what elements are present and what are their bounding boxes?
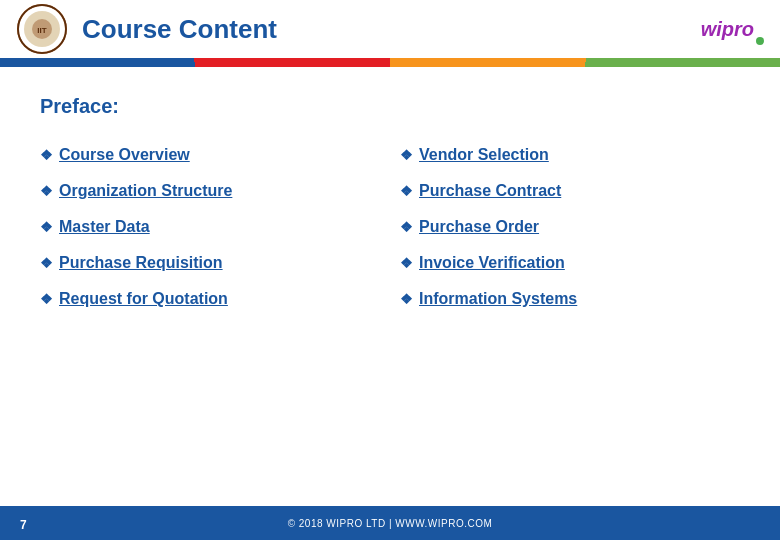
- list-item: ❖ Purchase Order: [400, 218, 740, 236]
- purchase-order-link[interactable]: Purchase Order: [419, 218, 539, 236]
- left-col-3: ❖ Master Data: [40, 218, 380, 236]
- bullet-r5: ❖: [400, 291, 413, 307]
- items-grid: ❖ Course Overview ❖ Vendor Selection ❖ O…: [40, 146, 740, 308]
- purchase-req-link[interactable]: Purchase Requisition: [59, 254, 223, 272]
- bullet-r3: ❖: [400, 219, 413, 235]
- right-col-3: ❖ Purchase Order: [400, 218, 740, 236]
- bullet-4: ❖: [40, 255, 53, 271]
- list-item: ❖ Request for Quotation: [40, 290, 380, 308]
- list-item: ❖ Purchase Requisition: [40, 254, 380, 272]
- left-col-5: ❖ Request for Quotation: [40, 290, 380, 308]
- list-item: ❖ Purchase Contract: [400, 182, 740, 200]
- org-structure-link[interactable]: Organization Structure: [59, 182, 232, 200]
- right-col-5: ❖ Information Systems: [400, 290, 740, 308]
- preface-heading: Preface:: [40, 95, 740, 118]
- footer-text: © 2018 WIPRO LTD | WWW.WIPRO.COM: [288, 518, 493, 529]
- list-item: ❖ Master Data: [40, 218, 380, 236]
- bullet-r2: ❖: [400, 183, 413, 199]
- bullet-r1: ❖: [400, 147, 413, 163]
- purchase-contract-link[interactable]: Purchase Contract: [419, 182, 561, 200]
- footer: 7 © 2018 WIPRO LTD | WWW.WIPRO.COM: [0, 506, 780, 540]
- bullet-r4: ❖: [400, 255, 413, 271]
- rfq-link[interactable]: Request for Quotation: [59, 290, 228, 308]
- svg-text:IIT: IIT: [37, 26, 46, 35]
- wipro-text: wipro: [701, 18, 754, 41]
- page-number: 7: [20, 518, 27, 532]
- vendor-selection-link[interactable]: Vendor Selection: [419, 146, 549, 164]
- bullet-1: ❖: [40, 147, 53, 163]
- left-col-2: ❖ Organization Structure: [40, 182, 380, 200]
- right-col-2: ❖ Purchase Contract: [400, 182, 740, 200]
- bullet-3: ❖: [40, 219, 53, 235]
- bullet-5: ❖: [40, 291, 53, 307]
- main-content: Preface: ❖ Course Overview ❖ Vendor Sele…: [0, 67, 780, 328]
- info-systems-link[interactable]: Information Systems: [419, 290, 577, 308]
- list-item: ❖ Invoice Verification: [400, 254, 740, 272]
- list-item: ❖ Organization Structure: [40, 182, 380, 200]
- list-item: ❖ Vendor Selection: [400, 146, 740, 164]
- wipro-logo: wipro: [694, 9, 764, 49]
- list-item: ❖ Course Overview: [40, 146, 380, 164]
- page-title: Course Content: [82, 14, 694, 45]
- invoice-verification-link[interactable]: Invoice Verification: [419, 254, 565, 272]
- left-column: ❖ Course Overview: [40, 146, 380, 164]
- bullet-2: ❖: [40, 183, 53, 199]
- header: IIT Course Content wipro: [0, 0, 780, 62]
- master-data-link[interactable]: Master Data: [59, 218, 150, 236]
- right-col-1: ❖ Vendor Selection: [400, 146, 740, 164]
- list-item: ❖ Information Systems: [400, 290, 740, 308]
- right-col-4: ❖ Invoice Verification: [400, 254, 740, 272]
- left-logo: IIT: [16, 3, 68, 55]
- left-col-4: ❖ Purchase Requisition: [40, 254, 380, 272]
- course-overview-link[interactable]: Course Overview: [59, 146, 190, 164]
- wipro-dot: [756, 37, 764, 45]
